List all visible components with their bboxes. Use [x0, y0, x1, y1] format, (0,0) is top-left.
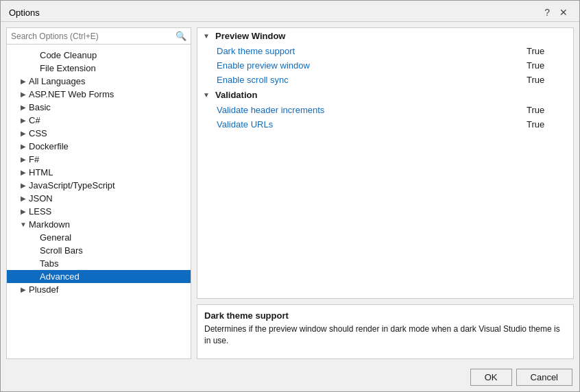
- option-name-preview-window-0: Dark theme support: [217, 46, 527, 56]
- tree-item-file-extension[interactable]: File Extension: [7, 62, 191, 75]
- tree-arrow-markdown: ▼: [18, 221, 29, 228]
- option-row-preview-window-2[interactable]: Enable scroll syncTrue: [197, 73, 573, 87]
- help-button[interactable]: ?: [541, 6, 553, 19]
- option-value-preview-window-2: True: [527, 75, 568, 85]
- tree-item-aspnet-web-forms[interactable]: ▶ASP.NET Web Forms: [7, 88, 191, 101]
- tree-label-general: General: [40, 232, 71, 243]
- option-row-validation-0[interactable]: Validate header incrementsTrue: [197, 103, 573, 117]
- tree-arrow-css: ▶: [18, 130, 29, 137]
- section-header-preview-window[interactable]: ▼Preview Window: [197, 28, 573, 44]
- tree-label-file-extension: File Extension: [40, 63, 96, 73]
- title-bar-controls: ? ✕: [541, 6, 571, 19]
- tree-label-tabs: Tabs: [40, 258, 58, 269]
- search-icon: 🔍: [176, 31, 186, 41]
- tree-label-csharp: C#: [29, 115, 40, 125]
- tree-item-javascript-typescript[interactable]: ▶JavaScript/TypeScript: [7, 179, 191, 192]
- section-arrow-preview-window: ▼: [203, 32, 213, 40]
- tree-label-basic: Basic: [29, 102, 51, 112]
- tree-item-dockerfile[interactable]: ▶Dockerfile: [7, 140, 191, 153]
- section-arrow-validation: ▼: [203, 91, 213, 99]
- tree-item-tabs[interactable]: Tabs: [7, 257, 191, 270]
- tree-label-plusdef: Plusdef: [29, 284, 58, 295]
- tree-label-less: LESS: [29, 206, 51, 217]
- tree-label-advanced: Advanced: [40, 271, 80, 282]
- right-panel: ▼Preview WindowDark theme supportTrueEna…: [197, 27, 574, 359]
- tree-arrow-all-languages: ▶: [18, 77, 29, 85]
- title-bar: Options ? ✕: [1, 1, 579, 22]
- tree-item-all-languages[interactable]: ▶All Languages: [7, 75, 191, 88]
- option-name-validation-1: Validate URLs: [217, 119, 527, 130]
- tree: Code CleanupFile Extension▶All Languages…: [7, 47, 191, 358]
- tree-item-fsharp[interactable]: ▶F#: [7, 153, 191, 166]
- cancel-button[interactable]: Cancel: [516, 369, 572, 386]
- option-name-preview-window-1: Enable preview window: [217, 60, 527, 71]
- tree-item-advanced[interactable]: Advanced: [7, 270, 191, 283]
- tree-arrow-dockerfile: ▶: [18, 143, 29, 150]
- tree-arrow-basic: ▶: [18, 103, 29, 111]
- option-value-validation-0: True: [527, 105, 568, 115]
- tree-label-aspnet-web-forms: ASP.NET Web Forms: [29, 89, 114, 99]
- tree-label-json: JSON: [29, 193, 53, 204]
- main-content: 🔍 Code CleanupFile Extension▶All Languag…: [1, 22, 579, 365]
- desc-text: Determines if the preview window should …: [204, 323, 566, 347]
- tree-label-dockerfile: Dockerfile: [29, 141, 69, 151]
- options-dialog: Options ? ✕ 🔍 Code CleanupFile Extension…: [0, 0, 580, 392]
- tree-label-fsharp: F#: [29, 154, 39, 164]
- tree-label-html: HTML: [29, 167, 53, 177]
- tree-arrow-javascript-typescript: ▶: [18, 182, 29, 189]
- section-header-validation[interactable]: ▼Validation: [197, 87, 573, 103]
- left-panel: 🔍 Code CleanupFile Extension▶All Languag…: [6, 27, 191, 359]
- option-value-validation-1: True: [527, 119, 568, 130]
- option-value-preview-window-0: True: [527, 46, 568, 56]
- tree-label-scroll-bars: Scroll Bars: [40, 245, 83, 256]
- option-row-preview-window-0[interactable]: Dark theme supportTrue: [197, 44, 573, 58]
- option-row-preview-window-1[interactable]: Enable preview windowTrue: [197, 58, 573, 73]
- section-title-validation: Validation: [215, 90, 257, 100]
- footer: OK Cancel: [1, 365, 579, 391]
- search-input[interactable]: [11, 32, 173, 41]
- tree-label-javascript-typescript: JavaScript/TypeScript: [29, 180, 115, 191]
- tree-arrow-json: ▶: [18, 195, 29, 202]
- tree-arrow-plusdef: ▶: [18, 286, 29, 293]
- tree-item-code-cleanup[interactable]: Code Cleanup: [7, 49, 191, 62]
- tree-label-markdown: Markdown: [29, 219, 70, 230]
- tree-label-css: CSS: [29, 128, 47, 138]
- ok-button[interactable]: OK: [470, 369, 512, 386]
- tree-label-all-languages: All Languages: [29, 76, 85, 86]
- tree-arrow-less: ▶: [18, 208, 29, 215]
- tree-item-plusdef[interactable]: ▶Plusdef: [7, 283, 191, 296]
- tree-item-css[interactable]: ▶CSS: [7, 127, 191, 140]
- tree-item-json[interactable]: ▶JSON: [7, 192, 191, 205]
- section-title-preview-window: Preview Window: [215, 31, 285, 41]
- description-area: Dark theme support Determines if the pre…: [197, 304, 574, 359]
- tree-item-general[interactable]: General: [7, 231, 191, 244]
- tree-arrow-csharp: ▶: [18, 117, 29, 124]
- tree-item-csharp[interactable]: ▶C#: [7, 114, 191, 127]
- tree-item-scroll-bars[interactable]: Scroll Bars: [7, 244, 191, 257]
- desc-title: Dark theme support: [204, 310, 566, 321]
- tree-item-html[interactable]: ▶HTML: [7, 166, 191, 179]
- tree-item-markdown[interactable]: ▼Markdown: [7, 218, 191, 231]
- option-value-preview-window-1: True: [527, 60, 568, 71]
- dialog-title: Options: [9, 8, 40, 18]
- tree-arrow-html: ▶: [18, 169, 29, 176]
- close-button[interactable]: ✕: [556, 6, 571, 19]
- option-name-validation-0: Validate header increments: [217, 105, 527, 115]
- option-name-preview-window-2: Enable scroll sync: [217, 75, 527, 85]
- tree-arrow-fsharp: ▶: [18, 156, 29, 163]
- options-area: ▼Preview WindowDark theme supportTrueEna…: [197, 27, 574, 299]
- search-box: 🔍: [7, 28, 191, 45]
- tree-item-basic[interactable]: ▶Basic: [7, 101, 191, 114]
- tree-arrow-aspnet-web-forms: ▶: [18, 90, 29, 98]
- tree-label-code-cleanup: Code Cleanup: [40, 50, 97, 60]
- option-row-validation-1[interactable]: Validate URLsTrue: [197, 117, 573, 132]
- tree-item-less[interactable]: ▶LESS: [7, 205, 191, 218]
